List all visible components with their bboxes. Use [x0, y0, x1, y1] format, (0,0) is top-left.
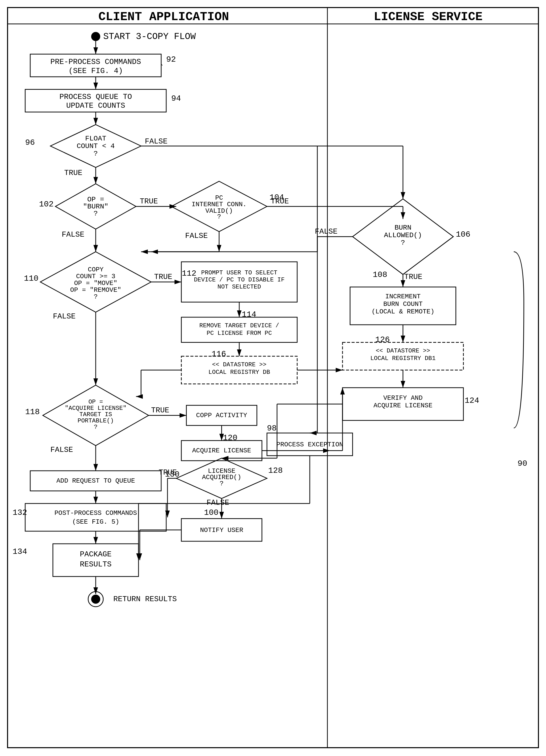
true-104: TRUE: [271, 197, 289, 206]
diamond-118-text1: OP =: [88, 399, 103, 405]
label-132: 132: [13, 508, 27, 517]
node-copp-text: COPP ACTIVITY: [196, 412, 247, 419]
label-128: 128: [268, 466, 283, 475]
false-110: FALSE: [53, 312, 76, 321]
node-108-text1: INCREMENT: [385, 293, 421, 300]
node-112-text1: PROMPT USER TO SELECT: [201, 269, 277, 276]
diamond-118-text4: PORTABLE(): [78, 417, 114, 424]
label-96: 96: [25, 138, 35, 147]
node-92-text2: (SEE FIG. 4): [68, 67, 123, 75]
true-96: TRUE: [64, 169, 82, 177]
node-92-text: PRE-PROCESS COMMANDS: [50, 58, 141, 66]
node-package-text2: RESULTS: [80, 560, 111, 569]
false-104: FALSE: [185, 232, 208, 240]
label-90: 90: [518, 459, 527, 468]
svg-point-30: [91, 595, 100, 604]
diamond-118-text3: TARGET IS: [79, 411, 112, 418]
start-label: START 3-COPY FLOW: [103, 31, 196, 42]
node-131-text1: POST-PROCESS COMMANDS: [54, 509, 137, 517]
label-116: 116: [211, 349, 226, 359]
diamond-128-text3: ?: [219, 480, 224, 487]
node-112-text2: DEVICE / PC TO DISABLE IF: [194, 276, 285, 283]
node-98-text: PROCESS EXCEPTION: [276, 441, 343, 448]
label-102: 102: [39, 200, 54, 209]
label-98: 98: [267, 424, 277, 433]
diamond-96-text1: FLOAT: [85, 135, 106, 142]
svg-rect-0: [8, 8, 538, 748]
node-94-text2: UPDATE COUNTS: [66, 101, 125, 110]
false-118: FALSE: [50, 446, 73, 454]
diamond-106-text3: ?: [401, 239, 405, 247]
node-112-text3: NOT SELECTED: [217, 283, 261, 290]
node-package-text1: PACKAGE: [80, 550, 111, 559]
false-96: FALSE: [145, 137, 167, 146]
true-128: TRUE: [159, 468, 177, 477]
node-120-text: ACQUIRE LICENSE: [192, 447, 251, 454]
false-106: FALSE: [315, 227, 338, 236]
false-102: FALSE: [62, 230, 84, 239]
node-131-text2: (SEE FIG. 5): [72, 518, 119, 526]
node-130-text: ADD REQUEST TO QUEUE: [56, 477, 135, 485]
diamond-102-text3: ?: [94, 210, 98, 218]
node-116-text2: LOCAL REGISTRY DB: [208, 369, 270, 376]
diamond-102-text1: OP =: [87, 196, 104, 203]
node-131: [25, 503, 166, 531]
node-116-text1: << DATASTORE >>: [212, 361, 266, 368]
node-94-text: PROCESS QUEUE TO: [59, 93, 132, 101]
header-license: LICENSE SERVICE: [374, 10, 483, 24]
diamond-106-text2: ALLOWED(): [384, 231, 422, 239]
diamond-96-text2: COUNT < 4: [77, 142, 115, 150]
true-118: TRUE: [151, 406, 169, 415]
label-110: 110: [24, 274, 39, 283]
node-124-text1: VERIFY AND: [383, 394, 423, 402]
diamond-106-text1: BURN: [394, 224, 411, 232]
diamond-110-text4: OP = "REMOVE": [70, 286, 121, 294]
node-108-text2: BURN COUNT: [383, 300, 423, 308]
header-client: CLIENT APPLICATION: [98, 10, 229, 24]
start-dot: [91, 32, 100, 41]
node-100-text: NOTIFY USER: [200, 526, 243, 534]
true-110: TRUE: [154, 273, 172, 281]
label-100: 100: [204, 508, 218, 517]
label-114: 114: [242, 310, 256, 319]
false-128: FALSE: [206, 498, 229, 507]
node-126-text2: LOCAL REGISTRY DB1: [370, 355, 436, 362]
label-124: 124: [465, 396, 479, 405]
diamond-118-text5: ?: [94, 424, 97, 430]
diamond-110-text2: COUNT >= 3: [76, 273, 115, 280]
label-134: 134: [13, 547, 27, 556]
node-124-text2: ACQUIRE LICENSE: [374, 402, 432, 409]
diamond-104-text4: ?: [217, 213, 221, 221]
label-118: 118: [25, 407, 40, 417]
node-114-text1: REMOVE TARGET DEVICE /: [199, 322, 279, 329]
diagram-container: CLIENT APPLICATION LICENSE SERVICE START…: [0, 0, 546, 756]
node-114-text2: PC LICENSE FROM PC: [206, 330, 272, 337]
diamond-110-text5: ?: [94, 293, 98, 301]
diamond-118-text2: "ACQUIRE LICENSE": [65, 405, 127, 412]
label-94: 94: [171, 94, 181, 103]
true-102: TRUE: [140, 197, 158, 206]
return-label: RETURN RESULTS: [113, 595, 177, 603]
label-92: 92: [166, 55, 176, 64]
label-108: 108: [373, 270, 387, 279]
true-106: TRUE: [404, 273, 422, 281]
diamond-96-text3: ?: [94, 150, 98, 158]
diamond-110-text3: OP = "MOVE": [74, 279, 117, 287]
node-108-text3: (LOCAL & REMOTE): [372, 308, 435, 315]
label-120: 120: [223, 433, 237, 443]
diamond-110-text1: COPY: [88, 266, 104, 273]
diamond-102-text2: "BURN": [83, 203, 108, 210]
node-126-text1: << DATASTORE >>: [376, 347, 430, 354]
label-126: 126: [375, 335, 390, 344]
label-106: 106: [456, 230, 470, 239]
